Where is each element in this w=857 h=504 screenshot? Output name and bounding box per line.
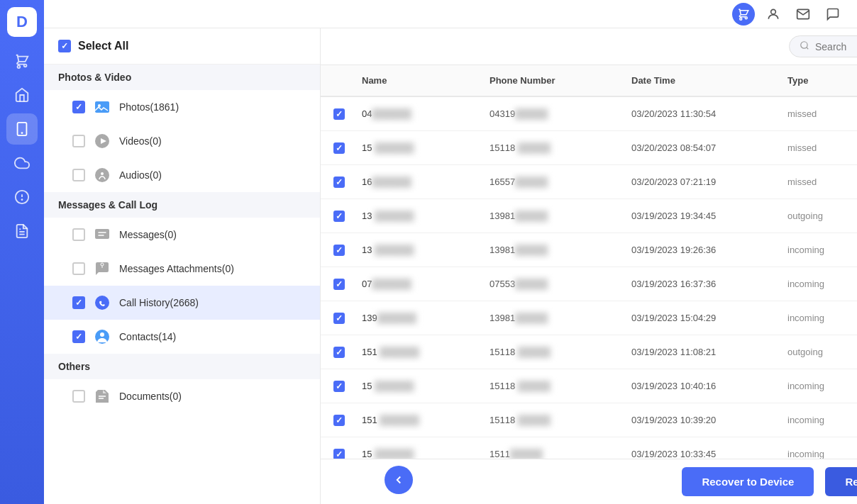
- row-name: 13 ██████: [356, 205, 484, 227]
- row-checkbox[interactable]: [328, 103, 356, 125]
- search-row: [321, 28, 857, 65]
- menu-icon[interactable]: [851, 3, 857, 26]
- table-row[interactable]: 139██████ 13981█████ 03/19/2023 15:04:29…: [321, 301, 857, 335]
- contacts-checkbox[interactable]: [72, 330, 85, 343]
- sidebar-item-store[interactable]: [6, 45, 38, 77]
- main-content: — ✕ Select All Photos & Video: [44, 0, 857, 504]
- account-icon[interactable]: [762, 3, 785, 26]
- videos-checkbox[interactable]: [72, 135, 85, 147]
- row-phone: 15118 █████: [484, 341, 626, 363]
- sidebar-item-phone[interactable]: [6, 113, 38, 145]
- row-checkbox[interactable]: [328, 409, 356, 432]
- table-row[interactable]: 151 ██████ 15118 █████ 03/19/2023 10:39:…: [321, 403, 857, 437]
- back-button[interactable]: [385, 466, 413, 494]
- table-row[interactable]: 07██████ 07553█████ 03/19/2023 16:37:36 …: [321, 267, 857, 301]
- photos-label: Photos(1861): [119, 101, 179, 113]
- th-phone: Phone Number: [484, 72, 626, 89]
- search-input[interactable]: [815, 41, 857, 52]
- shop-icon[interactable]: [732, 3, 755, 26]
- documents-checkbox[interactable]: [72, 390, 85, 403]
- th-type: Type: [782, 72, 857, 89]
- row-type: incoming: [782, 375, 857, 397]
- row-type: missed: [782, 137, 857, 159]
- select-all-row[interactable]: Select All: [44, 28, 320, 65]
- row-checkbox[interactable]: [328, 137, 356, 159]
- tree-item-call-history[interactable]: Call History(2668): [44, 286, 320, 320]
- table-row[interactable]: 15 ██████ 15118 █████ 03/19/2023 10:40:1…: [321, 369, 857, 403]
- table-row[interactable]: 15 ██████ 1511█████ 03/19/2023 10:33:45 …: [321, 437, 857, 459]
- th-checkbox: [328, 72, 356, 89]
- row-datetime: 03/19/2023 19:34:45: [626, 205, 782, 227]
- tree-item-contacts[interactable]: Contacts(14): [44, 320, 320, 354]
- table-row[interactable]: 13 ██████ 13981█████ 03/19/2023 19:26:36…: [321, 233, 857, 267]
- row-name: 07██████: [356, 273, 484, 295]
- tree-item-messages[interactable]: Messages(0): [44, 218, 320, 252]
- row-name: 13 ██████: [356, 239, 484, 261]
- row-name: 139██████: [356, 307, 484, 329]
- table-row[interactable]: 16██████ 16557█████ 03/20/2023 07:21:19 …: [321, 165, 857, 199]
- table-container: Name Phone Number Date Time Type Duratio…: [321, 65, 857, 459]
- row-name: 15 ██████: [356, 443, 484, 459]
- table-row[interactable]: 13 ██████ 13981█████ 03/19/2023 19:34:45…: [321, 199, 857, 233]
- row-type: outgoing: [782, 341, 857, 363]
- row-checkbox[interactable]: [328, 239, 356, 262]
- row-name: 151 ██████: [356, 409, 484, 431]
- svg-rect-18: [95, 229, 109, 239]
- chat-icon[interactable]: [822, 3, 844, 26]
- row-checkbox[interactable]: [328, 443, 356, 459]
- call-history-checkbox[interactable]: [72, 296, 85, 309]
- svg-point-24: [801, 42, 807, 48]
- sidebar-item-cloud[interactable]: [6, 147, 38, 179]
- svg-point-19: [95, 296, 109, 310]
- row-name: 151 ██████: [356, 341, 484, 363]
- table-row[interactable]: 04██████ 04319█████ 03/20/2023 11:30:54 …: [321, 97, 857, 131]
- recover-pc-button[interactable]: Recover to PC: [825, 467, 857, 496]
- table-row[interactable]: 151 ██████ 15118 █████ 03/19/2023 11:08:…: [321, 335, 857, 369]
- row-datetime: 03/20/2023 07:21:19: [626, 171, 782, 193]
- contacts-icon: [92, 327, 112, 347]
- svg-point-17: [101, 172, 104, 175]
- row-name: 15 ██████: [356, 137, 484, 159]
- row-datetime: 03/20/2023 11:30:54: [626, 103, 782, 125]
- select-all-checkbox[interactable]: [58, 40, 71, 52]
- th-datetime: Date Time: [626, 72, 782, 89]
- documents-icon: [92, 386, 112, 406]
- svg-point-7: [771, 9, 776, 14]
- audios-checkbox[interactable]: [72, 169, 85, 181]
- sidebar-item-info[interactable]: [6, 181, 38, 213]
- row-checkbox[interactable]: [328, 341, 356, 364]
- audios-icon: [92, 165, 112, 185]
- row-phone: 07553█████: [484, 273, 626, 295]
- tree-item-videos[interactable]: Videos(0): [44, 124, 320, 158]
- select-all-label: Select All: [78, 40, 128, 52]
- photos-checkbox[interactable]: [72, 101, 85, 113]
- row-type: missed: [782, 103, 857, 125]
- row-phone: 1511█████: [484, 443, 626, 459]
- mail-icon[interactable]: [792, 3, 814, 26]
- search-box[interactable]: [789, 35, 857, 57]
- tree-item-documents[interactable]: Documents(0): [44, 379, 320, 413]
- row-checkbox[interactable]: [328, 307, 356, 330]
- tree-item-photos[interactable]: Photos(1861): [44, 90, 320, 124]
- row-checkbox[interactable]: [328, 273, 356, 296]
- row-checkbox[interactable]: [328, 205, 356, 228]
- recover-device-button[interactable]: Recover to Device: [682, 467, 814, 496]
- sidebar-item-files[interactable]: [6, 215, 38, 247]
- sidebar: D: [0, 0, 44, 504]
- row-checkbox[interactable]: [328, 171, 356, 194]
- bottom-bar: Recover to Device Recover to PC: [321, 459, 857, 504]
- row-datetime: 03/19/2023 10:33:45: [626, 443, 782, 459]
- tree-item-audios[interactable]: Audios(0): [44, 158, 320, 192]
- tree-item-msg-attachments[interactable]: Messages Attachments(0): [44, 252, 320, 286]
- sidebar-item-home[interactable]: [6, 79, 38, 111]
- messages-checkbox[interactable]: [72, 228, 85, 241]
- row-phone: 13981█████: [484, 239, 626, 261]
- table-row[interactable]: 15 ██████ 15118 █████ 03/20/2023 08:54:0…: [321, 131, 857, 165]
- row-phone: 04319█████: [484, 103, 626, 125]
- section-header-photos-video: Photos & Video: [44, 65, 320, 90]
- row-phone: 13981█████: [484, 307, 626, 329]
- svg-line-25: [807, 47, 809, 50]
- row-checkbox[interactable]: [328, 375, 356, 398]
- msg-attachments-checkbox[interactable]: [72, 262, 85, 275]
- title-bar: — ✕: [44, 0, 857, 28]
